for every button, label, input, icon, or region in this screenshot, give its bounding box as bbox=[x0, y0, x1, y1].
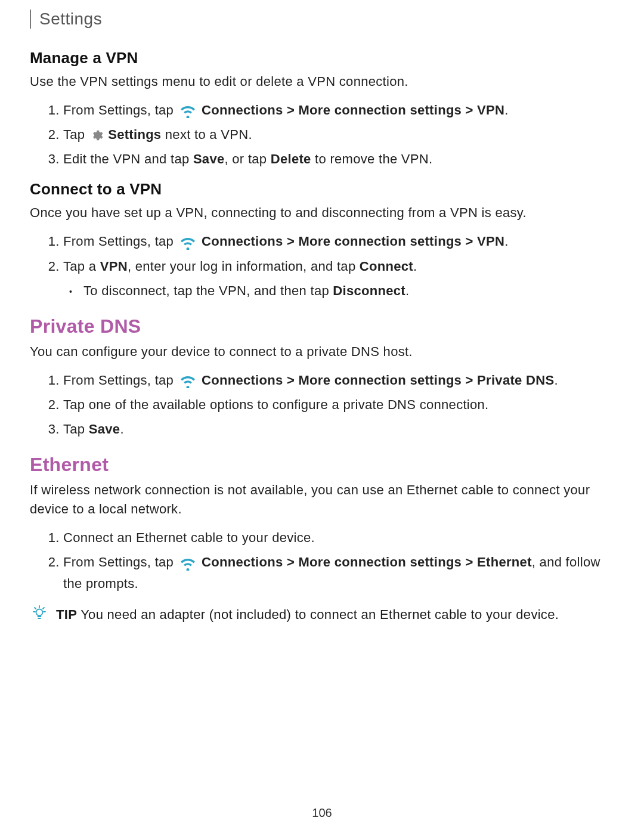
step-text: From Settings, tap bbox=[63, 373, 178, 388]
wifi-icon bbox=[179, 556, 197, 571]
private-dns-step-2: Tap one of the available options to conf… bbox=[63, 394, 614, 415]
step-text: . bbox=[120, 422, 123, 436]
step-text: From Settings, tap bbox=[63, 555, 178, 569]
bullet-text: To disconnect, tap the VPN, and then tap bbox=[83, 283, 333, 298]
heading-manage-vpn: Manage a VPN bbox=[30, 49, 614, 67]
step-suffix: . bbox=[554, 373, 558, 388]
tip-ethernet: TIP You need an adapter (not included) t… bbox=[30, 605, 614, 624]
steps-private-dns: From Settings, tap Connections > More co… bbox=[30, 370, 614, 440]
wifi-icon bbox=[179, 236, 197, 250]
svg-point-0 bbox=[36, 609, 43, 615]
manage-vpn-step-1: From Settings, tap Connections > More co… bbox=[63, 100, 614, 120]
ethernet-step-2: From Settings, tap Connections > More co… bbox=[63, 552, 614, 593]
lightbulb-icon bbox=[31, 605, 48, 621]
intro-ethernet: If wireless network connection is not av… bbox=[30, 481, 614, 519]
step-text: Tap a bbox=[63, 259, 100, 274]
manage-vpn-step-3: Edit the VPN and tap Save, or tap Delete… bbox=[63, 148, 614, 169]
step-text: From Settings, tap bbox=[63, 103, 178, 117]
step-text: , or tap bbox=[224, 151, 270, 166]
intro-private-dns: You can configure your device to connect… bbox=[30, 342, 614, 361]
page-header-title: Settings bbox=[39, 10, 102, 28]
step-bold: Connect bbox=[360, 259, 413, 274]
step-suffix: next to a VPN. bbox=[161, 127, 252, 142]
step-path: Connections > More connection settings >… bbox=[202, 234, 504, 249]
tip-label: TIP bbox=[56, 607, 77, 622]
intro-manage-vpn: Use the VPN settings menu to edit or del… bbox=[30, 72, 614, 91]
heading-private-dns: Private DNS bbox=[30, 315, 614, 337]
step-text: Tap bbox=[63, 127, 89, 142]
step-text: . bbox=[413, 259, 417, 274]
step-text: , enter your log in information, and tap bbox=[128, 259, 360, 274]
step-text: From Settings, tap bbox=[63, 234, 178, 249]
heading-ethernet: Ethernet bbox=[30, 454, 614, 476]
step-text: Edit the VPN and tap bbox=[63, 151, 193, 166]
page-number: 106 bbox=[0, 806, 644, 820]
connect-vpn-bullet-1: To disconnect, tap the VPN, and then tap… bbox=[80, 280, 614, 301]
intro-connect-vpn: Once you have set up a VPN, connecting t… bbox=[30, 203, 614, 222]
step-path: Connections > More connection settings >… bbox=[202, 373, 554, 388]
step-bold: Delete bbox=[271, 151, 311, 166]
connect-vpn-step-2: Tap a VPN, enter your log in information… bbox=[63, 256, 614, 301]
page-container: Settings Manage a VPN Use the VPN settin… bbox=[0, 0, 644, 833]
steps-connect-vpn: From Settings, tap Connections > More co… bbox=[30, 231, 614, 301]
step-suffix: . bbox=[504, 103, 508, 117]
step-text: Tap bbox=[63, 422, 89, 436]
connect-vpn-substeps: To disconnect, tap the VPN, and then tap… bbox=[63, 280, 614, 301]
step-bold: Save bbox=[89, 422, 120, 436]
page-header: Settings bbox=[30, 10, 614, 29]
steps-ethernet: Connect an Ethernet cable to your device… bbox=[30, 527, 614, 594]
step-text: to remove the VPN. bbox=[311, 151, 433, 166]
wifi-icon bbox=[179, 104, 197, 118]
private-dns-step-3: Tap Save. bbox=[63, 419, 614, 439]
step-bold: Settings bbox=[108, 127, 161, 142]
tip-body: You need an adapter (not included) to co… bbox=[77, 607, 559, 622]
tip-text: TIP You need an adapter (not included) t… bbox=[56, 605, 614, 624]
step-bold: VPN bbox=[100, 259, 128, 274]
manage-vpn-step-2: Tap Settings next to a VPN. bbox=[63, 124, 614, 145]
private-dns-step-1: From Settings, tap Connections > More co… bbox=[63, 370, 614, 391]
step-bold: Save bbox=[193, 151, 225, 166]
step-suffix: . bbox=[504, 234, 508, 249]
bullet-text: . bbox=[405, 283, 409, 298]
steps-manage-vpn: From Settings, tap Connections > More co… bbox=[30, 100, 614, 170]
wifi-icon bbox=[179, 374, 197, 388]
ethernet-step-1: Connect an Ethernet cable to your device… bbox=[63, 527, 614, 548]
step-path: Connections > More connection settings >… bbox=[202, 555, 532, 569]
heading-connect-vpn: Connect to a VPN bbox=[30, 180, 614, 199]
connect-vpn-step-1: From Settings, tap Connections > More co… bbox=[63, 231, 614, 252]
bullet-bold: Disconnect bbox=[333, 283, 405, 298]
step-path: Connections > More connection settings >… bbox=[202, 103, 504, 117]
gear-icon bbox=[90, 129, 103, 142]
